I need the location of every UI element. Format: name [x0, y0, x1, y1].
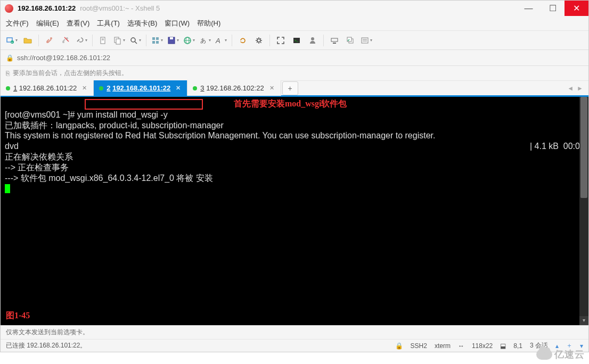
menu-help[interactable]: 帮助(H) [197, 19, 220, 28]
scroll-thumb[interactable] [580, 97, 587, 198]
copy-button[interactable] [112, 34, 126, 47]
encoding-button[interactable]: あ [198, 34, 212, 47]
status-size: 118x22 [472, 342, 493, 350]
app-icon [5, 4, 13, 13]
output-line: --> 正在检查事务 [5, 163, 69, 172]
svg-line-14 [135, 42, 137, 44]
output-line: dvd [5, 142, 19, 151]
menu-view[interactable]: 查看(V) [67, 19, 89, 28]
menu-tools[interactable]: 工具(T) [97, 19, 120, 28]
cloud-icon [536, 349, 552, 360]
status-protocol: SSH2 [411, 342, 427, 350]
command: yum install mod_wsgi -y [77, 110, 168, 119]
svg-point-13 [131, 38, 135, 42]
tab-3[interactable]: 3 192.168.26.102:22 ✕ [187, 80, 281, 96]
annotation-text-1: 首先需要安装mod_wsgi软件包 [234, 99, 347, 109]
close-button[interactable]: ✕ [565, 1, 588, 16]
to-back-icon[interactable] [343, 34, 357, 47]
tab-1[interactable]: 1 192.168.26.101:22 ✕ [1, 80, 94, 96]
search-button[interactable] [128, 34, 142, 47]
machine-icon[interactable] [328, 34, 341, 47]
lock-icon: 🔒 [6, 54, 14, 62]
output-line: This system is not registered to Red Hat… [5, 131, 435, 140]
menu-window[interactable]: 窗口(W) [165, 19, 190, 28]
info-text: 仅将文本发送到当前选项卡。 [6, 328, 89, 337]
terminal[interactable]: [root@vms001 ~]# yum install mod_wsgi -y… [1, 97, 588, 325]
address-text[interactable]: ssh://root@192.168.26.101:22 [17, 54, 110, 62]
status-dot-icon [193, 86, 197, 90]
svg-text:あ: あ [200, 37, 206, 44]
annotation-figure-label: 图1-45 [6, 311, 30, 321]
tip-bar: ⎘ 要添加当前会话，点击左侧的箭头按钮。 [1, 66, 588, 81]
svg-point-26 [257, 39, 260, 42]
status-pos-icon: ⬓ [500, 342, 506, 350]
globe-button[interactable] [182, 34, 196, 47]
reconnect-button[interactable] [75, 34, 88, 47]
close-tab-icon[interactable]: ✕ [82, 85, 87, 92]
refresh-icon[interactable] [236, 34, 250, 47]
svg-rect-16 [156, 37, 159, 40]
fullscreen-icon[interactable] [274, 34, 288, 47]
close-tab-icon[interactable]: ✕ [269, 85, 274, 92]
svg-text:A: A [215, 37, 220, 45]
status-lock-icon: 🔒 [395, 342, 403, 350]
scrollbar[interactable]: ▾ [579, 97, 588, 325]
status-dot-icon [6, 86, 10, 90]
title-sub: root@vms001:~ - Xshell 5 [80, 4, 160, 12]
scroll-down-icon[interactable]: ▾ [579, 316, 588, 325]
open-session-button[interactable] [21, 34, 35, 47]
titlebar: 192.168.26.101:22 root@vms001:~ - Xshell… [1, 1, 588, 16]
terminal-icon[interactable]: >_ [290, 34, 304, 47]
tip-text: 要添加当前会话，点击左侧的箭头按钮。 [13, 69, 128, 78]
prompt: [root@vms001 ~]# [5, 110, 77, 119]
properties-button[interactable] [96, 34, 110, 47]
tab-2[interactable]: 2 192.168.26.101:22 ✕ [94, 80, 187, 96]
add-session-icon[interactable]: ⎘ [6, 70, 10, 77]
save-button[interactable] [166, 34, 180, 47]
svg-rect-17 [152, 41, 155, 44]
info-bar: 仅将文本发送到当前选项卡。 [1, 325, 588, 339]
annotation-box [85, 99, 203, 110]
new-session-button[interactable]: + [5, 34, 19, 47]
svg-point-4 [50, 37, 52, 39]
font-button[interactable]: A [214, 34, 228, 47]
watermark: 亿速云 [536, 348, 585, 361]
menubar: 文件(F) 编辑(E) 查看(V) 工具(T) 选项卡(B) 窗口(W) 帮助(… [1, 16, 588, 31]
svg-rect-30 [331, 38, 338, 42]
svg-point-5 [62, 41, 64, 43]
status-dot-icon [99, 86, 103, 90]
menu-edit[interactable]: 编辑(E) [36, 19, 59, 28]
close-tab-icon[interactable]: ✕ [176, 85, 181, 92]
minimize-button[interactable]: — [517, 1, 541, 16]
new-tab-button[interactable]: + [282, 81, 298, 95]
status-size-icon: ↔ [458, 342, 464, 350]
output-line: ---> 软件包 mod_wsgi.x86_64.0.3.4-12.el7_0 … [5, 173, 213, 183]
status-bar: 已连接 192.168.26.101:22。 🔒 SSH2 xterm ↔ 11… [1, 339, 588, 352]
link-button[interactable] [43, 34, 56, 47]
svg-text:+: + [11, 40, 13, 44]
svg-point-29 [311, 37, 314, 40]
menu-file[interactable]: 文件(F) [6, 19, 29, 28]
cursor [5, 184, 10, 193]
svg-rect-8 [101, 37, 105, 44]
address-bar: 🔒 ssh://root@192.168.26.101:22 [1, 50, 588, 66]
svg-rect-15 [152, 37, 155, 40]
svg-text:>_: >_ [294, 39, 299, 42]
svg-point-3 [46, 41, 48, 43]
options-icon[interactable] [359, 34, 373, 47]
tab-scroll-left-icon[interactable]: ◄ [567, 85, 574, 92]
menu-tabs[interactable]: 选项卡(B) [127, 19, 157, 28]
svg-rect-12 [116, 39, 120, 44]
layout-button[interactable] [150, 34, 164, 47]
maximize-button[interactable]: ☐ [541, 1, 565, 16]
gear-icon[interactable] [252, 34, 266, 47]
status-pos: 8,1 [513, 342, 522, 350]
disconnect-button[interactable] [59, 34, 72, 47]
output-line: 已加载插件：langpacks, product-id, subscriptio… [5, 121, 224, 130]
tab-scroll-right-icon[interactable]: ► [577, 85, 583, 92]
user-icon[interactable] [306, 34, 320, 47]
svg-rect-34 [362, 38, 368, 43]
tabs-bar: 1 192.168.26.101:22 ✕ 2 192.168.26.101:2… [1, 81, 588, 97]
status-connection: 已连接 192.168.26.101:22。 [6, 341, 86, 350]
svg-rect-31 [333, 43, 336, 44]
